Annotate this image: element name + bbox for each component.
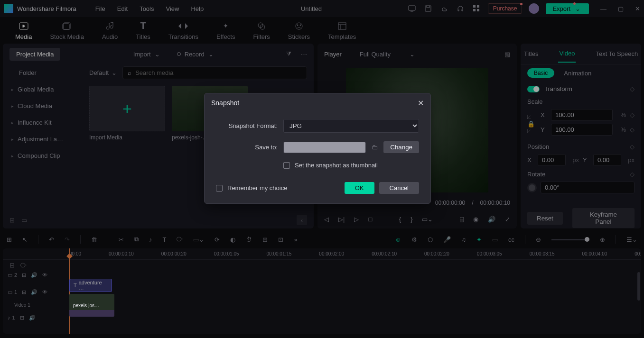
change-button[interactable]: Change [383,141,419,153]
snapshot-dialog: Snapshot ✕ Snapshot Format: JPG Save to:… [204,93,431,204]
format-select[interactable]: JPG [283,119,419,133]
remember-checkbox[interactable] [216,185,223,192]
cancel-button[interactable]: Cancel [379,182,419,194]
saveto-input[interactable] [283,142,366,153]
close-icon[interactable]: ✕ [418,99,424,108]
thumbnail-checkbox[interactable] [283,162,290,169]
saveto-label: Save to: [216,144,278,151]
remember-label: Remember my choice [227,184,287,192]
dialog-title: Snapshot [211,99,239,107]
thumbnail-label: Set the snapshot as thumbnail [295,162,378,169]
folder-icon[interactable]: 🗀 [372,144,378,151]
ok-button[interactable]: OK [345,182,374,194]
format-label: Snapshot Format: [216,122,278,129]
